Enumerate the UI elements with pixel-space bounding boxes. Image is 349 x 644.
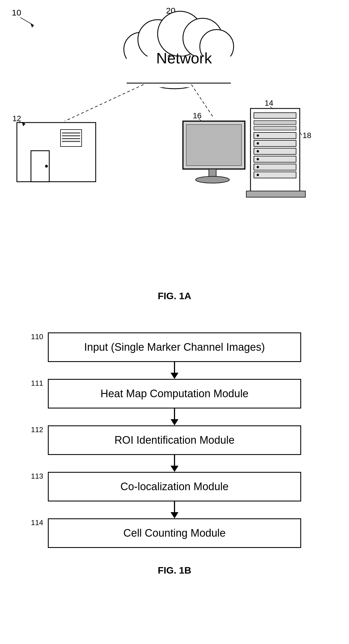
svg-rect-48 — [246, 191, 305, 197]
flowchart: 110 Input (Single Marker Channel Images)… — [0, 327, 349, 554]
arrow-shaft-3 — [174, 455, 175, 466]
svg-rect-18 — [61, 130, 82, 146]
svg-rect-9 — [127, 56, 231, 87]
fig1b-caption: FIG. 1B — [0, 565, 349, 576]
svg-text:14: 14 — [265, 99, 273, 107]
flow-box-111-text: Heat Map Computation Module — [100, 388, 249, 399]
fig1b-section: 110 Input (Single Marker Channel Images)… — [0, 310, 349, 644]
ref-10-label: 10 — [12, 8, 21, 17]
ref-111: 111 — [31, 379, 43, 388]
ref-112: 112 — [31, 425, 43, 434]
arrow-head-2 — [171, 419, 178, 425]
arrow-group-4 — [171, 501, 178, 518]
arrow-shaft-2 — [174, 408, 175, 419]
ref-110: 110 — [31, 332, 43, 341]
svg-rect-44 — [254, 164, 296, 170]
svg-rect-27 — [186, 125, 241, 166]
network-label: Network — [156, 50, 212, 66]
fig1a-section: 10 20 — [0, 0, 349, 310]
svg-rect-26 — [183, 121, 245, 169]
svg-line-31 — [199, 119, 203, 122]
svg-rect-36 — [254, 132, 296, 139]
svg-rect-46 — [254, 172, 296, 178]
svg-rect-40 — [254, 148, 296, 154]
svg-point-7 — [183, 18, 222, 58]
svg-rect-28 — [209, 169, 216, 179]
arrow-4 — [171, 501, 178, 518]
fig1b-caption-text: FIG. 1B — [158, 565, 191, 576]
svg-point-29 — [196, 176, 229, 183]
arrow-1 — [171, 362, 178, 379]
svg-point-6 — [158, 11, 203, 56]
flow-box-114-text: Cell Counting Module — [123, 527, 225, 539]
svg-point-3 — [127, 21, 222, 89]
svg-line-50 — [270, 106, 273, 109]
svg-rect-16 — [31, 151, 49, 182]
flow-box-113: Co-localization Module — [48, 472, 301, 501]
arrow-head-3 — [171, 466, 178, 472]
ref-20-label: 20 — [166, 6, 175, 15]
page-container: 10 20 — [0, 0, 349, 644]
svg-line-52 — [300, 132, 302, 135]
svg-point-8 — [200, 30, 234, 63]
svg-line-24 — [19, 122, 25, 124]
flow-node-111: 111 Heat Map Computation Module — [48, 379, 301, 408]
svg-point-39 — [257, 142, 259, 145]
arrow-2 — [171, 408, 178, 425]
svg-rect-32 — [250, 108, 300, 192]
svg-point-17 — [45, 165, 48, 168]
svg-point-5 — [138, 20, 177, 59]
svg-point-45 — [257, 166, 259, 168]
arrow-group-2 — [171, 408, 178, 425]
flow-box-112-text: ROI Identification Module — [115, 434, 235, 446]
ref-113: 113 — [31, 472, 43, 481]
svg-marker-1 — [30, 23, 34, 28]
svg-text:12: 12 — [12, 114, 21, 123]
ref-114: 114 — [31, 518, 43, 527]
svg-line-14 — [191, 85, 214, 118]
flow-box-113-text: Co-localization Module — [120, 481, 229, 492]
svg-rect-34 — [254, 121, 296, 125]
arrow-head-1 — [171, 373, 178, 379]
svg-rect-38 — [254, 140, 296, 146]
flow-node-113: 113 Co-localization Module — [48, 472, 301, 501]
svg-rect-33 — [254, 113, 296, 118]
svg-line-2 — [170, 15, 174, 25]
svg-rect-35 — [254, 126, 296, 130]
svg-text:16: 16 — [193, 111, 202, 120]
flow-node-112: 112 ROI Identification Module — [48, 425, 301, 455]
flow-node-114: 114 Cell Counting Module — [48, 518, 301, 548]
network-cloud — [124, 11, 234, 89]
flow-box-112: ROI Identification Module — [48, 425, 301, 455]
svg-point-43 — [257, 158, 259, 160]
svg-line-13 — [65, 85, 144, 121]
svg-line-0 — [20, 17, 34, 25]
svg-marker-25 — [22, 122, 25, 126]
flow-box-110-text: Input (Single Marker Channel Images) — [84, 341, 265, 353]
arrow-shaft-1 — [174, 362, 175, 373]
svg-rect-42 — [254, 156, 296, 162]
fig1a-caption: FIG. 1A — [0, 290, 349, 301]
flow-box-110: Input (Single Marker Channel Images) — [48, 332, 301, 362]
arrow-shaft-4 — [174, 501, 175, 512]
svg-point-4 — [124, 32, 158, 66]
arrow-group-3 — [171, 455, 178, 472]
svg-point-41 — [257, 150, 259, 152]
flow-box-114: Cell Counting Module — [48, 518, 301, 548]
flow-box-111: Heat Map Computation Module — [48, 379, 301, 408]
fig1a-caption-text: FIG. 1A — [158, 290, 191, 301]
arrow-3 — [171, 455, 178, 472]
svg-rect-15 — [17, 123, 96, 182]
arrow-head-4 — [171, 512, 178, 518]
arrow-group-1 — [171, 362, 178, 379]
svg-text:18: 18 — [303, 131, 311, 140]
flow-node-110: 110 Input (Single Marker Channel Images) — [48, 332, 301, 362]
svg-point-37 — [257, 134, 259, 137]
svg-point-47 — [257, 174, 259, 176]
